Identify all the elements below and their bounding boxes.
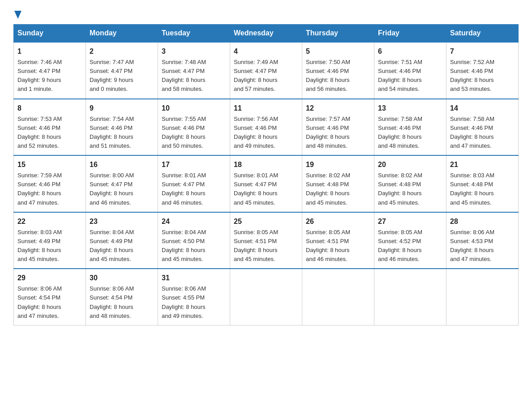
day-number: 28 [450,216,515,227]
calendar-cell: 2Sunrise: 7:47 AM Sunset: 4:47 PM Daylig… [86,42,158,99]
day-info: Sunrise: 7:53 AM Sunset: 4:46 PM Dayligh… [17,115,82,151]
day-info: Sunrise: 8:06 AM Sunset: 4:54 PM Dayligh… [17,284,82,321]
day-number: 24 [162,216,226,227]
day-info: Sunrise: 7:55 AM Sunset: 4:46 PM Dayligh… [162,115,226,151]
day-info: Sunrise: 8:01 AM Sunset: 4:47 PM Dayligh… [162,171,226,207]
day-number: 2 [90,46,154,57]
calendar-cell: 8Sunrise: 7:53 AM Sunset: 4:46 PM Daylig… [14,99,86,156]
calendar-week-row: 1Sunrise: 7:46 AM Sunset: 4:47 PM Daylig… [14,42,519,99]
day-number: 18 [234,159,298,170]
calendar-cell: 22Sunrise: 8:03 AM Sunset: 4:49 PM Dayli… [14,212,86,269]
day-number: 5 [306,46,370,57]
calendar-week-row: 22Sunrise: 8:03 AM Sunset: 4:49 PM Dayli… [14,212,519,269]
calendar-cell: 10Sunrise: 7:55 AM Sunset: 4:46 PM Dayli… [158,99,230,156]
day-number: 1 [17,46,82,57]
day-info: Sunrise: 7:48 AM Sunset: 4:47 PM Dayligh… [162,58,226,94]
calendar-cell: 6Sunrise: 7:51 AM Sunset: 4:46 PM Daylig… [374,42,446,99]
day-number: 14 [450,103,515,114]
col-header-friday: Friday [374,25,446,43]
col-header-monday: Monday [86,25,158,43]
day-number: 17 [162,159,226,170]
calendar-cell: 23Sunrise: 8:04 AM Sunset: 4:49 PM Dayli… [86,212,158,269]
day-number: 16 [90,159,154,170]
calendar-cell: 20Sunrise: 8:02 AM Sunset: 4:48 PM Dayli… [374,155,446,212]
day-info: Sunrise: 7:51 AM Sunset: 4:46 PM Dayligh… [378,58,442,94]
day-number: 21 [450,159,515,170]
day-info: Sunrise: 8:03 AM Sunset: 4:49 PM Dayligh… [17,228,82,264]
day-info: Sunrise: 8:04 AM Sunset: 4:50 PM Dayligh… [162,228,226,264]
calendar-cell: 4Sunrise: 7:49 AM Sunset: 4:47 PM Daylig… [230,42,302,99]
day-info: Sunrise: 7:47 AM Sunset: 4:47 PM Dayligh… [90,58,154,94]
day-info: Sunrise: 8:00 AM Sunset: 4:47 PM Dayligh… [90,171,154,207]
calendar-cell: 28Sunrise: 8:06 AM Sunset: 4:53 PM Dayli… [446,212,519,269]
day-info: Sunrise: 8:03 AM Sunset: 4:48 PM Dayligh… [450,171,515,207]
calendar-cell: 1Sunrise: 7:46 AM Sunset: 4:47 PM Daylig… [14,42,86,99]
day-number: 11 [234,103,298,114]
calendar-header-row: SundayMondayTuesdayWednesdayThursdayFrid… [14,25,519,43]
calendar-cell: 9Sunrise: 7:54 AM Sunset: 4:46 PM Daylig… [86,99,158,156]
day-number: 15 [17,159,82,170]
calendar-week-row: 15Sunrise: 7:59 AM Sunset: 4:46 PM Dayli… [14,155,519,212]
day-info: Sunrise: 8:05 AM Sunset: 4:52 PM Dayligh… [378,228,442,264]
calendar-cell: 27Sunrise: 8:05 AM Sunset: 4:52 PM Dayli… [374,212,446,269]
day-info: Sunrise: 7:57 AM Sunset: 4:46 PM Dayligh… [306,115,370,151]
day-number: 23 [90,216,154,227]
calendar-cell: 15Sunrise: 7:59 AM Sunset: 4:46 PM Dayli… [14,155,86,212]
day-info: Sunrise: 7:59 AM Sunset: 4:46 PM Dayligh… [17,171,82,207]
calendar-cell: 14Sunrise: 7:58 AM Sunset: 4:46 PM Dayli… [446,99,519,156]
day-number: 13 [378,103,442,114]
day-number: 6 [378,46,442,57]
calendar-cell: 31Sunrise: 8:06 AM Sunset: 4:55 PM Dayli… [158,269,230,325]
calendar-cell: 19Sunrise: 8:02 AM Sunset: 4:48 PM Dayli… [302,155,374,212]
col-header-saturday: Saturday [446,25,519,43]
day-info: Sunrise: 7:58 AM Sunset: 4:46 PM Dayligh… [378,115,442,151]
calendar-cell: 24Sunrise: 8:04 AM Sunset: 4:50 PM Dayli… [158,212,230,269]
calendar-cell: 7Sunrise: 7:52 AM Sunset: 4:46 PM Daylig… [446,42,519,99]
day-number: 3 [162,46,226,57]
header [13,9,519,17]
day-info: Sunrise: 8:06 AM Sunset: 4:55 PM Dayligh… [162,284,226,321]
day-number: 26 [306,216,370,227]
calendar-cell: 17Sunrise: 8:01 AM Sunset: 4:47 PM Dayli… [158,155,230,212]
day-number: 31 [162,273,226,283]
day-info: Sunrise: 7:46 AM Sunset: 4:47 PM Dayligh… [17,58,82,94]
day-info: Sunrise: 8:04 AM Sunset: 4:49 PM Dayligh… [90,228,154,264]
calendar-cell [230,269,302,325]
calendar-cell: 21Sunrise: 8:03 AM Sunset: 4:48 PM Dayli… [446,155,519,212]
day-number: 4 [234,46,298,57]
calendar-cell: 26Sunrise: 8:05 AM Sunset: 4:51 PM Dayli… [302,212,374,269]
day-number: 7 [450,46,515,57]
calendar-cell: 12Sunrise: 7:57 AM Sunset: 4:46 PM Dayli… [302,99,374,156]
logo-triangle-icon [14,11,21,19]
calendar-cell: 30Sunrise: 8:06 AM Sunset: 4:54 PM Dayli… [86,269,158,325]
day-number: 22 [17,216,82,227]
day-number: 10 [162,103,226,114]
day-info: Sunrise: 8:02 AM Sunset: 4:48 PM Dayligh… [378,171,442,207]
day-info: Sunrise: 8:06 AM Sunset: 4:53 PM Dayligh… [450,228,515,264]
logo [13,9,21,17]
calendar-cell: 16Sunrise: 8:00 AM Sunset: 4:47 PM Dayli… [86,155,158,212]
day-number: 20 [378,159,442,170]
day-info: Sunrise: 8:02 AM Sunset: 4:48 PM Dayligh… [306,171,370,207]
day-number: 30 [90,273,154,283]
day-number: 8 [17,103,82,114]
calendar-cell [374,269,446,325]
day-info: Sunrise: 7:56 AM Sunset: 4:46 PM Dayligh… [234,115,298,151]
calendar-cell: 11Sunrise: 7:56 AM Sunset: 4:46 PM Dayli… [230,99,302,156]
calendar-cell [302,269,374,325]
calendar-week-row: 29Sunrise: 8:06 AM Sunset: 4:54 PM Dayli… [14,269,519,325]
day-number: 9 [90,103,154,114]
day-info: Sunrise: 8:05 AM Sunset: 4:51 PM Dayligh… [306,228,370,264]
day-info: Sunrise: 8:06 AM Sunset: 4:54 PM Dayligh… [90,284,154,321]
calendar-cell: 29Sunrise: 8:06 AM Sunset: 4:54 PM Dayli… [14,269,86,325]
day-info: Sunrise: 8:01 AM Sunset: 4:47 PM Dayligh… [234,171,298,207]
day-info: Sunrise: 7:54 AM Sunset: 4:46 PM Dayligh… [90,115,154,151]
calendar-cell: 3Sunrise: 7:48 AM Sunset: 4:47 PM Daylig… [158,42,230,99]
calendar-cell: 18Sunrise: 8:01 AM Sunset: 4:47 PM Dayli… [230,155,302,212]
calendar-week-row: 8Sunrise: 7:53 AM Sunset: 4:46 PM Daylig… [14,99,519,156]
col-header-tuesday: Tuesday [158,25,230,43]
day-info: Sunrise: 7:50 AM Sunset: 4:46 PM Dayligh… [306,58,370,94]
day-number: 29 [17,273,82,283]
day-info: Sunrise: 7:49 AM Sunset: 4:47 PM Dayligh… [234,58,298,94]
calendar-cell [446,269,519,325]
